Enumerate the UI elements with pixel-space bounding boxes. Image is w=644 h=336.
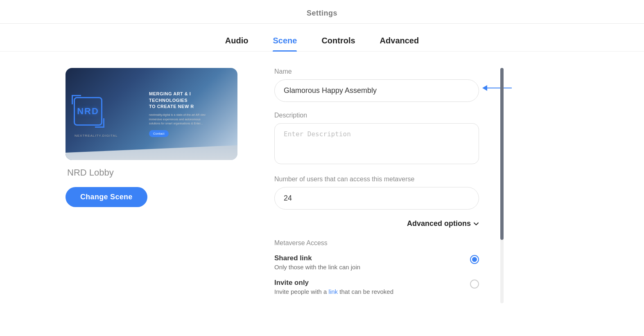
change-scene-button[interactable]: Change Scene	[66, 187, 147, 207]
tab-scene[interactable]: Scene	[273, 36, 297, 51]
arrow-head-icon	[482, 85, 487, 91]
description-label: Description	[274, 112, 479, 119]
arrow-indicator	[482, 85, 512, 91]
scrollbar-track[interactable]	[500, 68, 504, 303]
access-option-shared-link: Shared link Only those with the link can…	[274, 254, 479, 271]
tab-controls[interactable]: Controls	[321, 36, 355, 51]
overlay-desc: nextreality.digital is a state-of-the-ar…	[149, 113, 231, 126]
shared-link-text: Shared link Only those with the link can…	[274, 254, 360, 271]
invite-only-name: Invite only	[274, 279, 393, 287]
right-panel: Name Description Number of users that ca…	[274, 68, 479, 303]
nrd-text: NRD	[77, 106, 99, 117]
shared-link-radio[interactable]	[470, 255, 479, 264]
page-header: Settings	[0, 0, 644, 24]
advanced-options-row: Advanced options	[274, 219, 479, 228]
scene-name-label: NRD Lobby	[66, 167, 242, 178]
left-panel: NRD MERGING ART & ITECHNOLOGIESTO CREATE…	[66, 68, 242, 303]
shared-link-name: Shared link	[274, 254, 360, 262]
invite-only-radio[interactable]	[470, 280, 479, 289]
access-option-invite-only: Invite only Invite people with a link th…	[274, 279, 479, 295]
users-label: Number of users that can access this met…	[274, 176, 479, 183]
description-textarea[interactable]	[274, 123, 479, 164]
scene-preview-image: NRD MERGING ART & ITECHNOLOGIESTO CREATE…	[66, 68, 237, 160]
advanced-options-label[interactable]: Advanced options	[407, 219, 471, 228]
nrd-logo: NRD	[74, 97, 102, 126]
nrd-digital-label: NEXTREALITY.DIGITAL	[75, 134, 118, 138]
shared-link-desc: Only those with the link can join	[274, 264, 360, 271]
name-label: Name	[274, 68, 479, 75]
tab-audio[interactable]: Audio	[225, 36, 249, 51]
users-count-input[interactable]	[274, 187, 479, 210]
name-field-wrapper	[274, 79, 479, 102]
name-input[interactable]	[274, 79, 479, 102]
nrd-logo-box: NRD	[74, 97, 102, 126]
scrollbar-thumb[interactable]	[500, 68, 504, 240]
tab-advanced[interactable]: Advanced	[380, 36, 419, 51]
overlay-title: MERGING ART & ITECHNOLOGIESTO CREATE NEW…	[149, 91, 231, 110]
arrow-line	[487, 88, 512, 88]
scene-text-overlay: MERGING ART & ITECHNOLOGIESTO CREATE NEW…	[143, 68, 237, 160]
metaverse-access-section: Metaverse Access Shared link Only those …	[274, 239, 479, 295]
invite-link[interactable]: link	[329, 288, 338, 295]
metaverse-access-title: Metaverse Access	[274, 239, 479, 247]
main-content: NRD MERGING ART & ITECHNOLOGIESTO CREATE…	[0, 52, 644, 320]
tabs-bar: Audio Scene Controls Advanced	[0, 24, 644, 52]
scene-preview-inner: NRD MERGING ART & ITECHNOLOGIESTO CREATE…	[66, 68, 237, 160]
invite-only-desc: Invite people with a link that can be re…	[274, 288, 393, 295]
invite-only-text: Invite only Invite people with a link th…	[274, 279, 393, 295]
contact-button[interactable]: Contact	[149, 130, 169, 137]
page-title: Settings	[307, 9, 337, 17]
chevron-down-icon[interactable]	[473, 221, 479, 227]
